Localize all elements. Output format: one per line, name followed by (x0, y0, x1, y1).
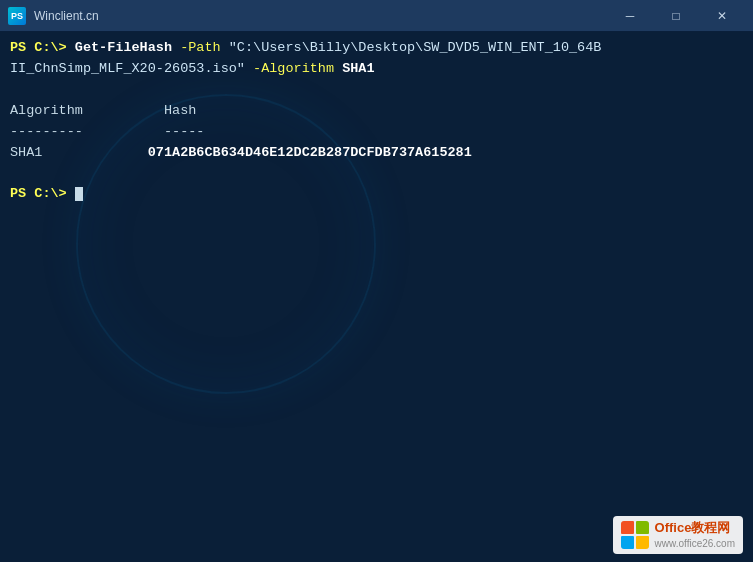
blank-line-1 (10, 80, 743, 101)
col-algorithm-header: Algorithm (10, 103, 83, 118)
data-row: SHA1 071A2B6CB634D46E12DC2B287DCFDB737A6… (10, 143, 743, 164)
command-name: Get-FileHash (75, 40, 172, 55)
prompt-1: PS C:\> (10, 40, 75, 55)
column-headers: Algorithm Hash (10, 101, 743, 122)
watermark-sub-text: www.office26.com (655, 537, 735, 550)
command-line-2: II_ChnSimp_MLF_X20-26053.iso" -Algorithm… (10, 59, 743, 80)
blank-line-2 (10, 164, 743, 185)
window-title: Winclient.cn (34, 9, 607, 23)
office-icon (621, 521, 649, 549)
window: PS Winclient.cn ─ □ ✕ PS C:\> Get-FileHa… (0, 0, 753, 562)
app-icon-label: PS (11, 11, 23, 21)
param-path-continuation: II_ChnSimp_MLF_X20-26053.iso" (10, 61, 245, 76)
icon-quadrant-4 (636, 536, 649, 549)
watermark-main-text: Office教程网 (655, 520, 735, 537)
col-hash-divider: ----- (164, 124, 205, 139)
watermark-text: Office教程网 www.office26.com (655, 520, 735, 550)
maximize-button[interactable]: □ (653, 0, 699, 32)
close-button[interactable]: ✕ (699, 0, 745, 32)
terminal-content: PS C:\> Get-FileHash -Path "C:\Users\Bil… (0, 32, 753, 562)
app-icon: PS (8, 7, 26, 25)
column-dividers: --------- ----- (10, 122, 743, 143)
algorithm-value: SHA1 (10, 145, 42, 160)
final-prompt-line: PS C:\> (10, 184, 743, 205)
icon-quadrant-1 (621, 521, 634, 534)
cursor (75, 187, 83, 201)
hash-value: 071A2B6CB634D46E12DC2B287DCFDB737A615281 (148, 145, 472, 160)
col-spacer (83, 103, 164, 118)
watermark: Office教程网 www.office26.com (613, 516, 743, 554)
command-line-1: PS C:\> Get-FileHash -Path "C:\Users\Bil… (10, 38, 743, 59)
data-spacer (42, 145, 147, 160)
minimize-button[interactable]: ─ (607, 0, 653, 32)
col-hash-header: Hash (164, 103, 196, 118)
param-algorithm: -Algorithm (245, 61, 342, 76)
col-div-spacer (83, 124, 164, 139)
final-prompt: PS C:\> (10, 186, 75, 201)
titlebar: PS Winclient.cn ─ □ ✕ (0, 0, 753, 32)
window-controls: ─ □ ✕ (607, 0, 745, 32)
param-path-value: "C:\Users\Billy\Desktop\SW_DVD5_WIN_ENT_… (229, 40, 602, 55)
param-path: -Path (172, 40, 229, 55)
icon-quadrant-3 (621, 536, 634, 549)
icon-quadrant-2 (636, 521, 649, 534)
param-algorithm-value: SHA1 (342, 61, 374, 76)
col-algorithm-divider: --------- (10, 124, 83, 139)
terminal-area[interactable]: PS C:\> Get-FileHash -Path "C:\Users\Bil… (0, 32, 753, 562)
